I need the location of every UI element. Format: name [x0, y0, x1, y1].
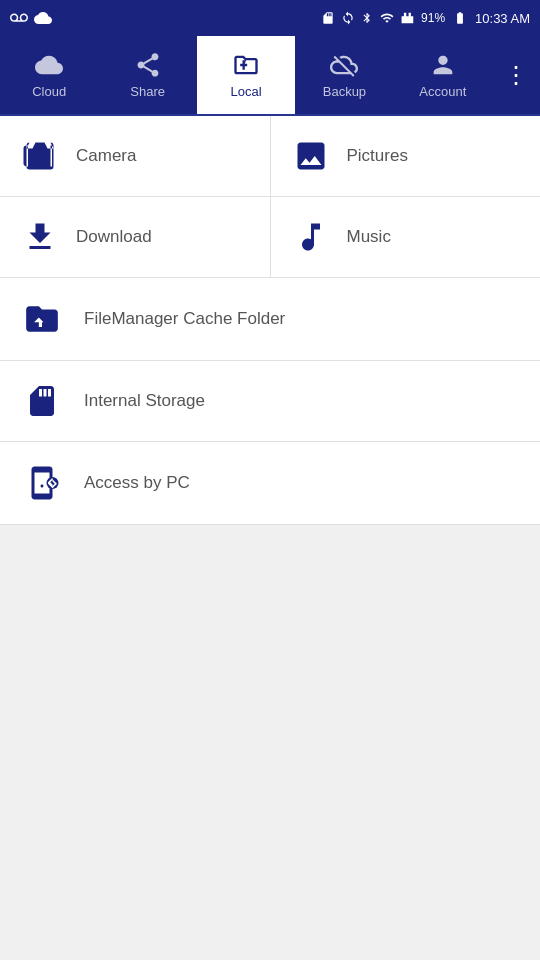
nav-item-cloud[interactable]: Cloud: [0, 36, 98, 114]
more-button[interactable]: ⋮: [492, 36, 540, 114]
download-item[interactable]: Download: [0, 197, 271, 277]
status-bar: 91% 10:33 AM: [0, 0, 540, 36]
pictures-icon: [291, 138, 331, 174]
filemanager-cache-label: FileManager Cache Folder: [84, 309, 285, 329]
pictures-label: Pictures: [347, 146, 408, 166]
cloud-status-icon: [34, 9, 52, 27]
backup-nav-label: Backup: [323, 84, 366, 99]
battery-icon: [451, 11, 469, 25]
camera-item[interactable]: Camera: [0, 116, 271, 196]
pictures-item[interactable]: Pictures: [271, 116, 541, 196]
status-left-icons: [10, 9, 52, 27]
access-by-pc-icon: [20, 464, 64, 502]
signal-icon: [401, 11, 415, 25]
grid-row-1: Camera Pictures: [0, 116, 540, 197]
nav-item-local[interactable]: Local: [197, 36, 295, 114]
local-nav-label: Local: [230, 84, 261, 99]
sd-icon: [321, 11, 335, 25]
backup-nav-icon: [330, 51, 358, 79]
filemanager-cache-icon: [20, 300, 64, 338]
internal-storage-icon: [20, 383, 64, 419]
camera-icon: [20, 138, 60, 174]
battery-level: 91%: [421, 11, 445, 25]
nav-bar: Cloud Share Local Backup Account ⋮: [0, 36, 540, 116]
access-by-pc-label: Access by PC: [84, 473, 190, 493]
cloud-nav-icon: [35, 51, 63, 79]
status-right-icons: 91% 10:33 AM: [321, 11, 530, 26]
nav-item-share[interactable]: Share: [98, 36, 196, 114]
more-icon: ⋮: [504, 61, 528, 89]
music-icon: [291, 219, 331, 255]
nav-item-backup[interactable]: Backup: [295, 36, 393, 114]
sync-icon: [341, 11, 355, 25]
share-nav-label: Share: [130, 84, 165, 99]
cloud-nav-label: Cloud: [32, 84, 66, 99]
voicemail-icon: [10, 9, 28, 27]
download-label: Download: [76, 227, 152, 247]
music-item[interactable]: Music: [271, 197, 541, 277]
time-display: 10:33 AM: [475, 11, 530, 26]
local-nav-icon: [232, 51, 260, 79]
account-nav-label: Account: [419, 84, 466, 99]
internal-storage-item[interactable]: Internal Storage: [0, 361, 540, 442]
filemanager-cache-item[interactable]: FileManager Cache Folder: [0, 278, 540, 361]
wifi-icon: [379, 11, 395, 25]
nav-item-account[interactable]: Account: [394, 36, 492, 114]
content-area: Camera Pictures Download: [0, 116, 540, 525]
download-icon: [20, 219, 60, 255]
share-nav-icon: [134, 51, 162, 79]
grid-row-2: Download Music: [0, 197, 540, 278]
music-label: Music: [347, 227, 391, 247]
internal-storage-label: Internal Storage: [84, 391, 205, 411]
bluetooth-icon: [361, 11, 373, 25]
camera-label: Camera: [76, 146, 136, 166]
account-nav-icon: [429, 51, 457, 79]
access-by-pc-item[interactable]: Access by PC: [0, 442, 540, 525]
